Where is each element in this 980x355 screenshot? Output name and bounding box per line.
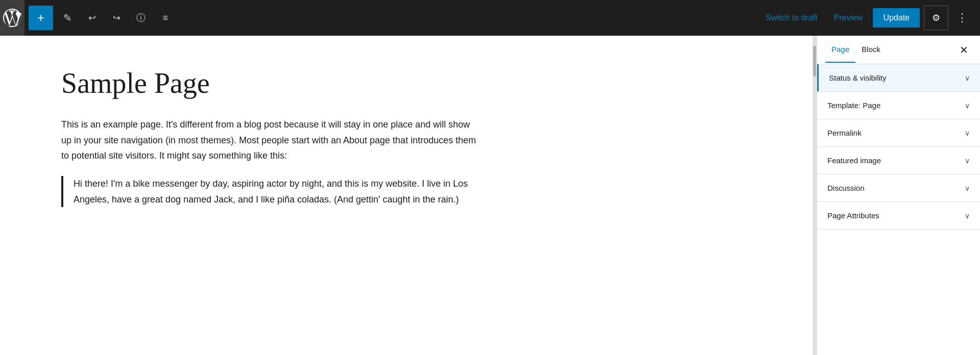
page-attributes-header[interactable]: Page Attributes ∨	[817, 202, 980, 229]
redo-icon: ↪	[113, 12, 120, 23]
info-button[interactable]: ⓘ	[131, 8, 151, 28]
edit-tool-button[interactable]: ✎	[57, 8, 78, 28]
editor-area[interactable]: Sample Page This is an example page. It'…	[0, 36, 813, 355]
sidebar-section-status: Status & visibility ∨	[817, 64, 980, 92]
scrollbar-thumb	[813, 46, 816, 77]
wp-logo-icon	[3, 9, 21, 27]
template-header[interactable]: Template: Page ∨	[817, 92, 980, 119]
right-sidebar: Page Block ✕ Status & visibility ∨ Templ…	[817, 36, 980, 355]
page-title: Sample Page	[61, 66, 751, 100]
discussion-header[interactable]: Discussion ∨	[817, 174, 980, 201]
update-button[interactable]: Update	[873, 8, 920, 28]
add-block-button[interactable]: +	[29, 6, 53, 30]
toolbar: + ✎ ↩ ↪ ⓘ ≡ Switch to draft Preview Upda…	[0, 0, 980, 36]
undo-button[interactable]: ↩	[82, 8, 102, 28]
chevron-down-icon-page-attributes: ∨	[965, 212, 970, 220]
chevron-down-icon-featured-image: ∨	[965, 157, 970, 165]
discussion-title: Discussion	[827, 184, 865, 192]
template-title: Template: Page	[827, 101, 880, 110]
redo-button[interactable]: ↪	[106, 8, 127, 28]
sidebar-section-discussion: Discussion ∨	[817, 174, 980, 202]
preview-button[interactable]: Preview	[828, 9, 869, 27]
switch-to-draft-button[interactable]: Switch to draft	[760, 9, 823, 27]
tab-block[interactable]: Block	[855, 37, 887, 63]
chevron-down-icon-discussion: ∨	[965, 184, 970, 192]
chevron-down-icon-template: ∨	[965, 102, 970, 110]
permalink-title: Permalink	[827, 129, 862, 137]
sidebar-close-button[interactable]: ✕	[955, 42, 972, 58]
status-visibility-title: Status & visibility	[829, 73, 887, 82]
undo-icon: ↩	[88, 12, 96, 23]
pencil-icon: ✎	[63, 12, 72, 24]
gear-icon: ⚙	[932, 12, 940, 23]
sidebar-section-permalink: Permalink ∨	[817, 119, 980, 147]
featured-image-title: Featured image	[827, 156, 881, 165]
sidebar-section-page-attributes: Page Attributes ∨	[817, 202, 980, 230]
chevron-down-icon-status: ∨	[965, 74, 970, 82]
tab-page[interactable]: Page	[825, 37, 855, 63]
wordpress-logo[interactable]	[0, 0, 24, 36]
sidebar-section-template: Template: Page ∨	[817, 92, 980, 119]
chevron-down-icon-permalink: ∨	[965, 129, 970, 137]
more-options-button[interactable]: ⋮	[952, 11, 972, 24]
sidebar-section-featured-image: Featured image ∨	[817, 147, 980, 174]
page-attributes-title: Page Attributes	[827, 211, 879, 220]
editor-scrollbar[interactable]	[813, 36, 817, 355]
info-icon: ⓘ	[136, 12, 145, 24]
list-view-icon: ≡	[163, 13, 168, 23]
list-view-button[interactable]: ≡	[155, 8, 176, 28]
toolbar-right: Switch to draft Preview Update ⚙ ⋮	[760, 6, 972, 30]
sidebar-header: Page Block ✕	[817, 36, 980, 64]
body-paragraph-1: This is an example page. It's different …	[61, 117, 480, 164]
main-content: Sample Page This is an example page. It'…	[0, 36, 980, 355]
permalink-header[interactable]: Permalink ∨	[817, 119, 980, 146]
blockquote-text: Hi there! I'm a bike messenger by day, a…	[74, 176, 480, 207]
page-body: This is an example page. It's different …	[61, 117, 480, 207]
status-visibility-header[interactable]: Status & visibility ∨	[817, 64, 980, 91]
settings-button[interactable]: ⚙	[924, 6, 948, 30]
featured-image-header[interactable]: Featured image ∨	[817, 147, 980, 174]
more-options-icon: ⋮	[957, 11, 968, 24]
blockquote: Hi there! I'm a bike messenger by day, a…	[61, 176, 480, 207]
